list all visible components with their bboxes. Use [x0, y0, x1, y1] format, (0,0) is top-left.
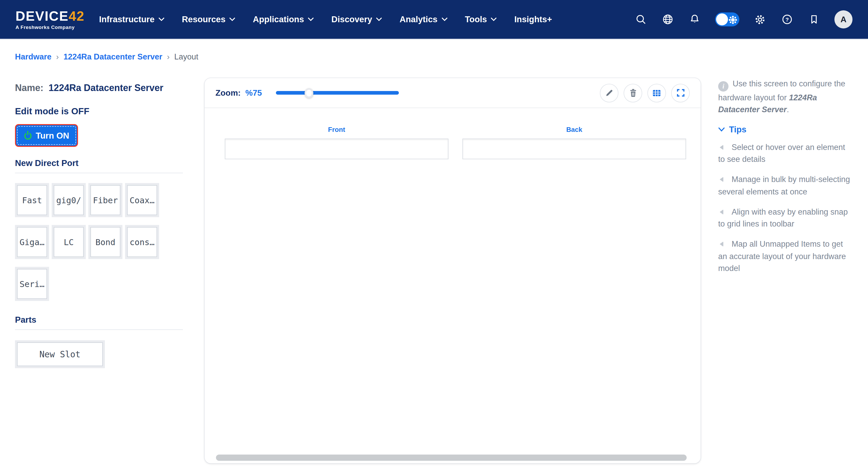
port-tile[interactable]: Seri… [15, 267, 49, 301]
menu-item-insights[interactable]: Insights+ [514, 14, 552, 24]
bookmark-icon[interactable] [808, 13, 820, 26]
chevron-down-icon [718, 127, 725, 132]
port-tile[interactable]: gig0/ [52, 183, 86, 217]
menu-item-discovery[interactable]: Discovery [332, 14, 382, 24]
device-name-value: 1224Ra Datacenter Server [49, 83, 163, 93]
intro-suffix: . [786, 105, 789, 114]
turn-on-label: Turn ON [36, 130, 69, 140]
front-face-canvas[interactable] [225, 139, 448, 159]
tip-item: Manage in bulk by multi-selecting severa… [718, 174, 851, 198]
globe-icon[interactable] [661, 13, 674, 26]
menu-item-label: Discovery [332, 14, 372, 24]
chevron-down-icon [230, 18, 235, 21]
front-face-label: Front [225, 126, 448, 134]
triangle-left-icon [720, 242, 723, 247]
port-tile-label: gig0/ [56, 195, 81, 205]
port-tile[interactable]: Coax… [125, 183, 159, 217]
grid-toggle-button[interactable] [647, 84, 666, 102]
tips-panel: iUse this screen to configure the hardwa… [718, 78, 851, 283]
port-tile[interactable]: Fast [15, 183, 49, 217]
layout-sidebar: Name: 1224Ra Datacenter Server Edit mode… [15, 83, 185, 368]
power-icon [24, 131, 32, 140]
nav-actions: ? A [634, 10, 852, 28]
tip-text: Select or hover over an element to see d… [718, 143, 845, 164]
brand-name-text: DEVICE [16, 8, 69, 24]
menu-item-resources[interactable]: Resources [182, 14, 235, 24]
top-nav: DEVICE42 A Freshworks Company Infrastruc… [0, 0, 868, 39]
user-avatar[interactable]: A [834, 10, 852, 28]
brand-tagline: A Freshworks Company [16, 25, 85, 30]
device-name-label: Name: [15, 83, 43, 93]
chevron-down-icon [441, 18, 447, 21]
menu-item-applications[interactable]: Applications [253, 14, 314, 24]
menu-item-label: Tools [465, 14, 487, 24]
theme-toggle[interactable] [715, 12, 739, 26]
divider [15, 329, 183, 330]
brand-accent-text: 42 [69, 8, 85, 24]
tips-collapse-header[interactable]: Tips [718, 125, 851, 135]
menu-item-tools[interactable]: Tools [465, 14, 497, 24]
avatar-initial: A [840, 15, 846, 24]
port-tile[interactable]: LC [52, 225, 86, 259]
chevron-down-icon [308, 18, 314, 21]
port-tile-label: Seri… [20, 279, 44, 289]
menu-item-label: Resources [182, 14, 225, 24]
back-face-canvas[interactable] [462, 139, 686, 159]
main-menu: Infrastructure Resources Applications Di… [99, 14, 552, 24]
fullscreen-button[interactable] [671, 84, 690, 102]
settings-gear-icon[interactable] [754, 13, 766, 26]
parts-heading: Parts [15, 315, 185, 325]
tip-text: Manage in bulk by multi-selecting severa… [718, 175, 850, 196]
zoom-slider[interactable] [276, 91, 399, 95]
brand-logo[interactable]: DEVICE42 A Freshworks Company [16, 9, 85, 30]
new-slot-tile[interactable]: New Slot [15, 340, 105, 368]
tip-item: Select or hover over an element to see d… [718, 141, 851, 166]
edit-pencil-button[interactable] [600, 84, 618, 102]
sun-icon [731, 18, 735, 22]
breadcrumb-hardware[interactable]: Hardware [15, 52, 52, 62]
menu-item-analytics[interactable]: Analytics [400, 14, 447, 24]
pencil-icon [604, 87, 615, 98]
menu-item-infrastructure[interactable]: Infrastructure [99, 14, 164, 24]
grid-icon [651, 87, 662, 98]
port-tile[interactable]: cons… [125, 225, 159, 259]
intro-text: iUse this screen to configure the hardwa… [718, 78, 851, 116]
port-tile-label: Coax… [130, 195, 154, 205]
divider [15, 173, 183, 173]
new-direct-port-heading: New Direct Port [15, 158, 185, 168]
page: DEVICE42 A Freshworks Company Infrastruc… [0, 0, 868, 468]
zoom-label: Zoom: [215, 88, 241, 97]
menu-item-label: Insights+ [514, 14, 552, 24]
breadcrumb-device[interactable]: 1224Ra Datacenter Server [64, 52, 162, 62]
port-tile[interactable]: Giga… [15, 225, 49, 259]
edit-mode-status: Edit mode is OFF [15, 106, 185, 117]
brand-name: DEVICE42 [16, 9, 85, 23]
tip-text: Map all Unmapped Items to get an accurat… [718, 240, 846, 273]
breadcrumb-separator: › [56, 52, 59, 62]
intro-prefix: Use this screen to configure the hardwar… [718, 79, 845, 102]
canvas-toolbar-row: Zoom: %75 [205, 78, 701, 108]
help-icon[interactable]: ? [781, 13, 793, 26]
port-tile[interactable]: Fiber [88, 183, 122, 217]
menu-item-label: Analytics [400, 14, 438, 24]
turn-on-button[interactable]: Turn ON [15, 124, 78, 147]
search-icon[interactable] [634, 13, 647, 26]
delete-button[interactable] [624, 84, 642, 102]
device-name-row: Name: 1224Ra Datacenter Server [15, 83, 185, 94]
triangle-left-icon [720, 145, 723, 150]
menu-item-label: Infrastructure [99, 14, 154, 24]
port-tile-label: Fiber [93, 195, 118, 205]
trash-icon [627, 87, 638, 98]
port-tile-label: cons… [130, 237, 154, 247]
tips-heading-label: Tips [729, 125, 746, 135]
port-tile[interactable]: Bond [88, 225, 122, 259]
breadcrumb: Hardware › 1224Ra Datacenter Server › La… [15, 52, 198, 62]
chevron-down-icon [491, 18, 497, 21]
zoom-slider-thumb[interactable] [305, 88, 313, 98]
chevron-down-icon [159, 18, 164, 21]
layout-canvas-card: Zoom: %75 Front Back [205, 78, 701, 463]
chevron-down-icon [376, 18, 382, 21]
notifications-bell-icon[interactable] [688, 13, 701, 26]
horizontal-scrollbar[interactable] [216, 455, 687, 461]
port-tile-grid: Fast gig0/ Fiber Coax… Giga… LC Bond con… [15, 183, 166, 301]
